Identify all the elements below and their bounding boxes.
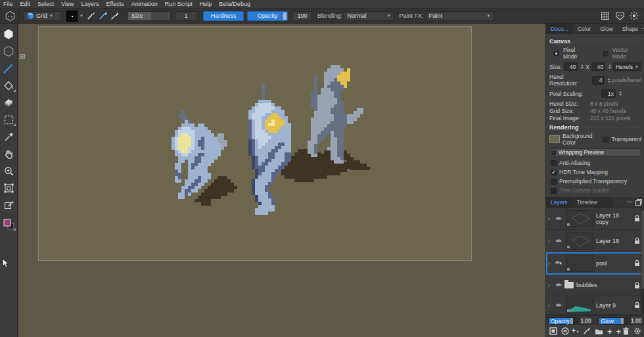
transparent-checkbox[interactable] — [603, 137, 609, 143]
premultiplied-transparency-checkbox[interactable] — [551, 179, 557, 185]
layer-glow-slider[interactable]: Glow — [599, 317, 628, 325]
size-slider[interactable]: Size — [127, 11, 171, 21]
canvas-edit-tool-icon[interactable] — [1, 196, 17, 213]
canvas-anchor-handle[interactable] — [20, 54, 25, 59]
spinner-icon[interactable] — [619, 91, 622, 96]
visibility-eye-icon[interactable] — [553, 303, 563, 308]
tab-document[interactable]: Docu... — [546, 24, 573, 34]
layer-opacity-value[interactable]: 1.00 — [580, 317, 592, 325]
layer-thumbnail[interactable] — [566, 298, 593, 313]
layer-name[interactable]: Layer 9 — [596, 302, 632, 309]
new-effect-layer-icon[interactable] — [570, 327, 579, 335]
menu-layers[interactable]: Layers — [81, 1, 99, 7]
blending-dropdown[interactable]: Normal▼ — [344, 11, 394, 21]
expand-chevron-icon[interactable]: › — [548, 260, 553, 267]
line-tool-icon[interactable] — [1, 60, 17, 77]
tab-timeline[interactable]: Timeline — [572, 197, 613, 207]
layer-thumbnail[interactable] — [566, 233, 593, 250]
layer-name[interactable]: bubbles — [576, 282, 632, 288]
wrapping-preview-checkbox[interactable] — [551, 150, 556, 155]
tab-layers[interactable]: Layers — [546, 197, 572, 207]
document-canvas[interactable] — [38, 26, 472, 261]
menu-edit[interactable]: Edit — [20, 1, 31, 7]
visibility-eye-icon[interactable] — [553, 282, 563, 288]
scrollbar-thumb[interactable] — [641, 210, 644, 289]
size-value-field[interactable]: 1 — [175, 11, 197, 21]
add-layer-icon[interactable]: + — [607, 326, 612, 336]
hexagon-outline-brush-icon[interactable] — [1, 43, 17, 60]
canvas-width-field[interactable]: 40 — [564, 62, 578, 71]
hand-tool-icon[interactable] — [1, 145, 17, 162]
menu-animation[interactable]: Animation — [131, 1, 158, 7]
menu-file[interactable]: File — [3, 1, 13, 7]
brush-dropdown-icon[interactable]: ▼ — [80, 14, 83, 18]
marquee-select-tool-icon[interactable] — [1, 111, 17, 128]
vector-mode-radio[interactable] — [603, 51, 609, 56]
spinner-icon[interactable] — [581, 64, 584, 69]
menu-help[interactable]: Help — [200, 1, 212, 7]
trim-canvas-border-checkbox[interactable] — [551, 188, 557, 194]
layer-thumbnail[interactable] — [566, 210, 593, 227]
tab-glow[interactable]: Glow — [595, 24, 617, 34]
float-panel-icon[interactable] — [635, 199, 642, 206]
hexel-resolution-field[interactable]: 4 — [592, 76, 605, 85]
eraser-tool-icon[interactable] — [1, 94, 17, 111]
solo-layer-icon[interactable] — [549, 327, 557, 335]
expand-chevron-icon[interactable]: › — [548, 282, 553, 288]
layer-highlight-icon[interactable] — [561, 327, 569, 335]
brush-preview[interactable] — [66, 11, 78, 22]
tab-shape[interactable]: Shape — [618, 24, 643, 34]
delete-layer-icon[interactable] — [622, 327, 630, 335]
layer-name[interactable]: Layer 18 copy — [596, 212, 632, 225]
pixel-mode-radio[interactable] — [553, 51, 559, 56]
layer-row-pool[interactable]: › pool — [546, 252, 644, 275]
visibility-eye-icon[interactable] — [553, 216, 563, 221]
menu-beta-debug[interactable]: Beta/Debug — [219, 1, 250, 7]
canvas-height-field[interactable]: 40 — [591, 62, 605, 71]
layer-row-bubbles[interactable]: › bubbles — [546, 275, 644, 296]
layer-name[interactable]: pool — [596, 260, 632, 267]
opacity-slider-handle[interactable] — [283, 12, 287, 20]
expand-chevron-icon[interactable]: › — [548, 302, 553, 309]
paintbrush-tool-icon[interactable] — [85, 10, 97, 22]
visibility-eye-icon[interactable] — [553, 260, 563, 266]
new-group-icon[interactable] — [595, 328, 603, 335]
layer-row-layer-18[interactable]: › Layer 18 — [546, 230, 644, 252]
layer-thumbnail[interactable] — [566, 255, 593, 272]
expand-chevron-icon[interactable]: › — [548, 238, 553, 244]
vector-brush-tool-icon[interactable] — [109, 10, 121, 22]
menu-view[interactable]: View — [61, 1, 74, 7]
opacity-slider[interactable]: Opacity — [247, 11, 288, 21]
layer-glow-value[interactable]: 1.00 — [630, 317, 643, 325]
tab-color[interactable]: Color — [573, 24, 595, 34]
layer-row-layer-18-copy[interactable]: › Layer 18 copy — [546, 208, 644, 230]
transform-tool-icon[interactable] — [1, 179, 17, 196]
expand-chevron-icon[interactable]: › — [548, 215, 553, 222]
layer-name[interactable]: Layer 18 — [596, 238, 632, 244]
mask-icon[interactable] — [614, 10, 626, 22]
menu-effects[interactable]: Effects — [106, 1, 124, 7]
slider-handle[interactable] — [621, 318, 624, 324]
wrapping-preview-button[interactable]: Wrapping Preview — [549, 148, 641, 156]
hdr-tone-mapping-checkbox[interactable] — [551, 169, 557, 175]
zoom-tool-icon[interactable] — [1, 162, 17, 179]
layer-settings-gear-icon[interactable] — [633, 327, 641, 335]
collapse-panel-icon[interactable]: — — [627, 199, 633, 205]
layer-row-layer-9[interactable]: › Layer 9 — [546, 296, 644, 315]
paintfx-dropdown[interactable]: Paint▼ — [426, 11, 494, 21]
layer-opacity-slider[interactable]: Opacity — [548, 317, 578, 325]
size-units-dropdown[interactable]: Hexels▼ — [613, 62, 641, 71]
spinner-icon[interactable] — [609, 64, 611, 69]
paint-layer-icon[interactable] — [583, 327, 591, 335]
add-layer-above-icon[interactable]: + — [616, 326, 622, 336]
pencil-tool-icon[interactable] — [97, 10, 109, 22]
spinner-icon[interactable] — [608, 78, 610, 83]
pixel-scaling-field[interactable]: 1x — [601, 89, 616, 98]
anti-aliasing-checkbox[interactable] — [551, 160, 557, 166]
menu-run-script[interactable]: Run Script — [165, 1, 193, 7]
hardness-button[interactable]: Hardness — [203, 11, 244, 21]
visibility-eye-icon[interactable] — [553, 238, 563, 244]
hexagon-brush-icon[interactable] — [1, 26, 17, 43]
pixel-art-canvas[interactable] — [39, 27, 471, 260]
menu-select[interactable]: Select — [37, 1, 54, 7]
